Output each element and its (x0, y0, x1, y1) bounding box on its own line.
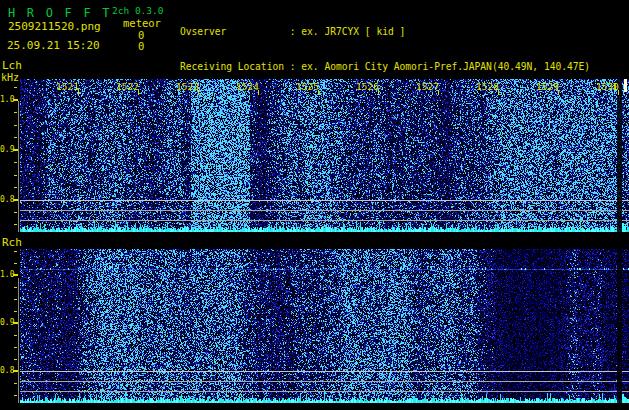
mode-label: meteor (123, 17, 161, 29)
datetime-label: 25.09.21 15:20 (7, 39, 100, 52)
rch-minor-tick (14, 359, 17, 360)
lch-minor-tick (14, 162, 17, 163)
app-title: H R O F F T (8, 6, 112, 20)
rch-minor-tick (14, 347, 17, 348)
observer-line: Ovserver : ex. JR7CYX [ kid ] (180, 26, 629, 38)
app-version: 2ch 0.3.0 (112, 5, 163, 16)
lch-ytick-0_8: 0.8 (0, 195, 14, 205)
lch-minor-tick (14, 224, 17, 225)
khz-unit-label: kHz (1, 72, 19, 83)
lch-ytick-1_0: 1.0 (0, 95, 14, 105)
rch-ytick-1_0: 1.0 (0, 270, 14, 280)
rch-minor-tick (14, 299, 17, 300)
cutoff-label-fragment (624, 79, 627, 92)
rch-minor-tick (14, 395, 17, 396)
lch-spectrogram (20, 79, 629, 232)
rch-minor-tick (14, 251, 17, 252)
rch-spectrogram (20, 249, 629, 403)
rch-minor-tick (14, 335, 17, 336)
rch-minor-tick (14, 383, 17, 384)
lch-minor-tick (14, 212, 17, 213)
meteor-count-2: 0 (138, 40, 144, 52)
rch-minor-tick (14, 311, 17, 312)
rch-ytick-0_9: 0.9 (0, 318, 14, 328)
rch-minor-tick (14, 287, 17, 288)
lch-minor-tick (14, 125, 17, 126)
rch-minor-tick (14, 263, 17, 264)
rch-label: Rch (2, 237, 22, 249)
lch-label: Lch (2, 60, 22, 72)
lch-minor-tick (14, 187, 17, 188)
lch-minor-tick (14, 87, 17, 88)
lch-ytick-0_9: 0.9 (0, 145, 14, 155)
lch-minor-tick (14, 175, 17, 176)
output-filename: 2509211520.png (8, 20, 101, 33)
lch-axis-line (18, 101, 19, 232)
hrofft-window: H R O F F T 2ch 0.3.0 2509211520.png met… (0, 0, 629, 410)
rch-ytick-0_8: 0.8 (0, 366, 14, 376)
lch-minor-tick (14, 137, 17, 138)
lch-minor-tick (14, 112, 17, 113)
location-line: Receiving Location : ex. Aomori City Aom… (180, 61, 629, 73)
rch-axis-line (18, 278, 19, 403)
